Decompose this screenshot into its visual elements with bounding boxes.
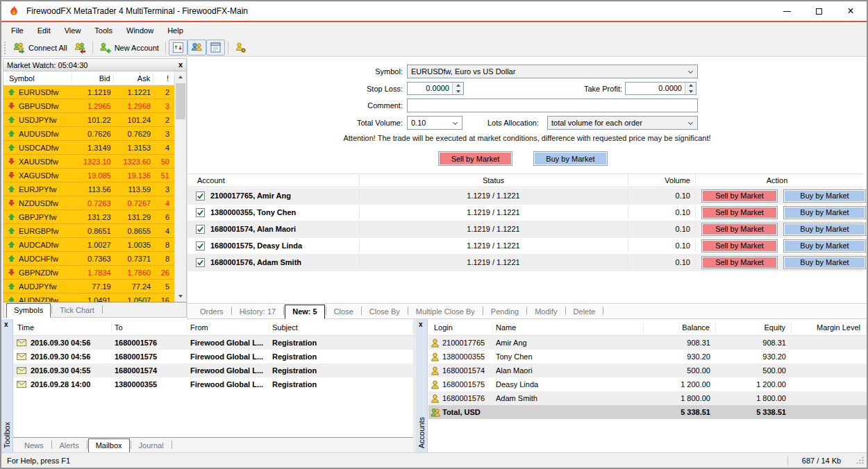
row-buy-by-market-button[interactable]: Buy by Market: [783, 239, 866, 253]
symbol-select[interactable]: EURUSDfw, Euro vs US Dollar: [407, 65, 698, 78]
row-sell-by-market-button[interactable]: Sell by Market: [701, 239, 778, 253]
market-watch-row[interactable]: NZDUSDfw0.72630.72674: [3, 196, 174, 210]
tab-news[interactable]: News: [17, 439, 51, 452]
lots-allocation-select[interactable]: total volume for each order: [547, 116, 698, 130]
menu-item-help[interactable]: Help: [160, 24, 190, 37]
mail-row[interactable]: 2016.09.30 04:561680001576Firewood Globa…: [13, 336, 413, 350]
take-profit-stepper[interactable]: [685, 83, 696, 94]
market-watch-row[interactable]: AUDCHFfw0.73630.73718: [3, 252, 174, 266]
order-row[interactable]: 1680001575, Deasy Linda1.1219 / 1.12210.…: [187, 238, 863, 255]
account-checkbox[interactable]: [196, 225, 205, 234]
tab-close[interactable]: Close: [327, 305, 360, 318]
account-checkbox[interactable]: [196, 208, 205, 217]
bid-value: 0.8651: [72, 227, 114, 235]
menu-item-view[interactable]: View: [58, 24, 88, 37]
column-separator: [695, 206, 696, 219]
stop-loss-input[interactable]: 0.0000: [407, 82, 464, 95]
market-watch-scrollbar[interactable]: [174, 71, 186, 302]
mail-row[interactable]: 2016.09.30 04:551680001574Firewood Globa…: [13, 364, 413, 377]
market-watch-row[interactable]: GBPUSDfw1.29651.29683: [3, 99, 174, 113]
mail-time: 2016.09.30 04:55: [31, 366, 112, 375]
scroll-down-icon[interactable]: [175, 291, 186, 302]
order-row[interactable]: 1680001576, Adam Smith1.1219 / 1.12210.1…: [187, 255, 863, 271]
account-checkbox[interactable]: [196, 258, 205, 267]
connect-all-button[interactable]: Connect All: [10, 40, 71, 56]
take-profit-input[interactable]: 0.0000: [625, 82, 696, 95]
prices-toggle-button[interactable]: [169, 40, 187, 56]
account-row[interactable]: 2100017765Amir Ang908.31908.31: [428, 336, 867, 350]
scrollbar-thumb[interactable]: [176, 83, 185, 119]
order-row[interactable]: 2100017765, Amir Ang1.1219 / 1.12210.10S…: [187, 188, 863, 205]
tab-new-5[interactable]: New: 5: [285, 305, 324, 319]
row-sell-by-market-button[interactable]: Sell by Market: [701, 256, 778, 269]
resize-grip[interactable]: [855, 455, 866, 466]
maximize-button[interactable]: [803, 1, 835, 21]
menu-item-edit[interactable]: Edit: [31, 24, 58, 37]
market-watch-row[interactable]: XAUUSDfw1323.101323.6050: [3, 155, 174, 169]
tab-separator: [483, 307, 483, 315]
row-sell-by-market-button[interactable]: Sell by Market: [701, 206, 778, 219]
menu-item-file[interactable]: File: [4, 24, 31, 37]
stop-loss-stepper[interactable]: [452, 83, 463, 94]
tab-multiple-close-by[interactable]: Multiple Close By: [409, 305, 482, 318]
tab-symbols[interactable]: Symbols: [6, 303, 51, 318]
disconnect-all-button[interactable]: [71, 40, 90, 56]
market-watch-row[interactable]: GBPJPYfw131.23131.296: [3, 210, 174, 224]
mail-row[interactable]: 2016.09.28 14:001380000355Firewood Globa…: [13, 377, 413, 391]
row-sell-by-market-button[interactable]: Sell by Market: [701, 189, 778, 203]
row-buy-by-market-button[interactable]: Buy by Market: [783, 256, 866, 269]
market-watch-row[interactable]: GBPNZDfw1.78341.786026: [3, 266, 174, 280]
menu-item-window[interactable]: Window: [119, 24, 160, 37]
close-button[interactable]: ×: [835, 1, 867, 21]
market-watch-row[interactable]: AUDUSDfw0.76260.76293: [3, 127, 174, 141]
accounts-toggle-button[interactable]: [187, 40, 206, 56]
market-watch-close-button[interactable]: x: [178, 61, 183, 69]
row-buy-by-market-button[interactable]: Buy by Market: [783, 223, 866, 236]
market-watch-row[interactable]: USDJPYfw101.22101.242: [3, 113, 174, 127]
status-cell: 1.1219 / 1.1221: [359, 241, 628, 250]
comment-input[interactable]: [407, 99, 698, 112]
market-watch-row[interactable]: EURJPYfw113.56113.593: [3, 182, 174, 196]
minimize-button[interactable]: [771, 1, 803, 21]
tab-alerts[interactable]: Alerts: [53, 439, 86, 452]
account-checkbox[interactable]: [196, 191, 205, 201]
menu-item-tools[interactable]: Tools: [87, 24, 119, 37]
tab-history-17[interactable]: History: 17: [233, 305, 283, 318]
mail-row[interactable]: 2016.09.30 04:561680001575Firewood Globa…: [13, 350, 413, 364]
tab-journal[interactable]: Journal: [132, 439, 171, 452]
tab-tick-chart[interactable]: Tick Chart: [53, 304, 101, 317]
market-watch-row[interactable]: USDCADfw1.31491.31534: [3, 141, 174, 155]
row-buy-by-market-button[interactable]: Buy by Market: [783, 189, 866, 203]
tab-mailbox[interactable]: Mailbox: [88, 438, 130, 453]
order-row[interactable]: 1380000355, Tony Chen1.1219 / 1.12210.10…: [187, 205, 863, 221]
account-row[interactable]: 1380000355Tony Chen930.20930.20: [428, 350, 867, 364]
market-watch-row[interactable]: EURUSDfw1.12191.12212: [3, 85, 174, 99]
tab-orders[interactable]: Orders: [193, 305, 231, 318]
tab-close-by[interactable]: Close By: [362, 305, 407, 318]
account-checkbox[interactable]: [196, 241, 205, 250]
toolbar-grip[interactable]: [4, 42, 7, 54]
account-row[interactable]: 1680001575Deasy Linda1 200.001 200.00: [428, 377, 867, 391]
tab-delete[interactable]: Delete: [567, 305, 603, 318]
order-row[interactable]: 1680001574, Alan Maori1.1219 / 1.12210.1…: [187, 221, 863, 238]
new-account-button[interactable]: New Account: [96, 40, 162, 56]
scroll-up-icon[interactable]: [175, 71, 186, 83]
tab-modify[interactable]: Modify: [528, 305, 564, 318]
toolbox-close-button[interactable]: x: [4, 321, 8, 328]
new-account-icon: [99, 42, 111, 53]
market-watch-row[interactable]: AUDCADfw1.00271.00358: [3, 238, 174, 252]
market-watch-row[interactable]: XAGUSDfw19.08519.13651: [3, 169, 174, 182]
market-watch-row[interactable]: AUDNZDfw1.04911.050716: [3, 293, 174, 302]
tab-pending[interactable]: Pending: [484, 305, 526, 318]
settings-button[interactable]: [231, 40, 250, 56]
row-sell-by-market-button[interactable]: Sell by Market: [701, 223, 778, 236]
sell-by-market-button[interactable]: Sell by Market: [438, 151, 512, 166]
row-buy-by-market-button[interactable]: Buy by Market: [783, 206, 866, 219]
account-row[interactable]: 1680001576Adam Smith1 800.001 800.00: [428, 391, 867, 405]
accounts-close-button[interactable]: x: [419, 321, 423, 328]
buy-by-market-button[interactable]: Buy by Market: [533, 151, 608, 166]
report-toggle-button[interactable]: [206, 40, 225, 56]
market-watch-row[interactable]: EURGBPfw0.86510.86554: [3, 224, 174, 238]
market-watch-row[interactable]: AUDJPYfw77.1977.245: [3, 280, 174, 293]
account-row[interactable]: 1680001574Alan Maori500.00500.00: [428, 364, 867, 377]
